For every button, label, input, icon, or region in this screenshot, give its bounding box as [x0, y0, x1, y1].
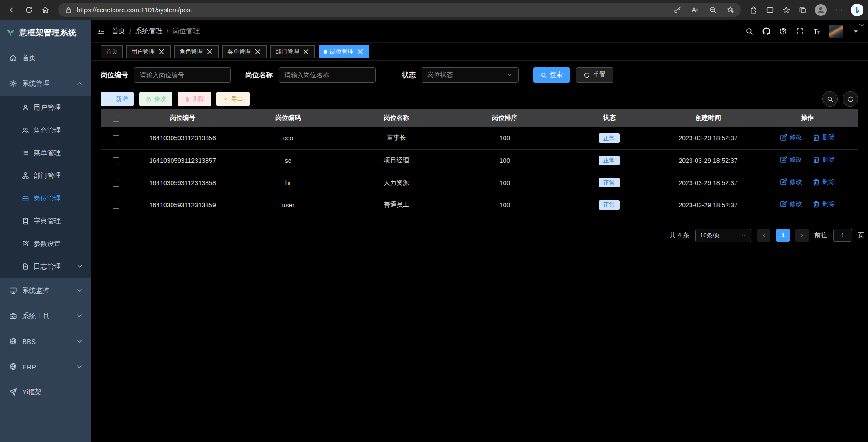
add-button[interactable]: 新增: [101, 92, 134, 106]
add-favorite-icon[interactable]: [726, 6, 735, 14]
sidebar-item-parameter-settings[interactable]: 参数设置: [0, 232, 91, 255]
tab-post-management[interactable]: 岗位管理: [319, 45, 369, 58]
sidebar-item-system-tools[interactable]: 系统工具: [0, 303, 91, 329]
table-row[interactable]: 1641030593112313857 se 项目经理 100 正常 2023-…: [101, 149, 858, 172]
users-icon: [22, 127, 29, 134]
export-button[interactable]: 导出: [216, 92, 250, 106]
tab-close-icon[interactable]: [356, 48, 364, 56]
pagination-total: 共 4 条: [669, 231, 689, 240]
tab-close-icon[interactable]: [302, 48, 310, 56]
extensions-icon[interactable]: [750, 6, 758, 14]
search-icon[interactable]: [745, 27, 754, 35]
passwords-key-icon[interactable]: [673, 6, 682, 14]
tab-close-icon[interactable]: [157, 48, 166, 56]
home-icon: [9, 54, 17, 62]
sidebar-item-department-management[interactable]: 部门管理: [0, 164, 91, 187]
tab-menu-management[interactable]: 菜单管理: [222, 45, 267, 58]
browser-profile-avatar[interactable]: [815, 4, 827, 16]
row-delete-link[interactable]: 删除: [812, 178, 835, 186]
bing-icon[interactable]: [851, 4, 863, 16]
cell-post-sort: 100: [451, 149, 559, 172]
cell-post-id: 1641030593112313859: [131, 194, 234, 216]
column-header-post-sort: 岗位排序: [451, 109, 559, 127]
cell-post-code: ceo: [234, 127, 343, 149]
chevron-down-icon: [75, 286, 83, 295]
reset-button[interactable]: 重置: [576, 67, 613, 83]
address-bar[interactable]: https://ccnetcore.com:1101/system/post: [58, 3, 741, 17]
row-checkbox[interactable]: [113, 157, 119, 164]
sidebar-item-bbs[interactable]: BBS: [0, 329, 91, 354]
row-delete-link[interactable]: 删除: [812, 200, 835, 208]
sidebar-item-system-management[interactable]: 系统管理: [0, 71, 91, 96]
delete-button[interactable]: 删除: [178, 92, 211, 106]
row-delete-link[interactable]: 删除: [812, 133, 835, 142]
sidebar-item-system-monitoring[interactable]: 系统监控: [0, 278, 91, 303]
refresh-table-button[interactable]: [843, 91, 858, 107]
sidebar-item-post-management[interactable]: 岗位管理: [0, 187, 91, 210]
tab-close-icon[interactable]: [206, 48, 214, 56]
tab-department-management[interactable]: 部门管理: [270, 45, 315, 58]
tab-home[interactable]: 首页: [101, 45, 123, 58]
sidebar-item-log-management[interactable]: 日志管理: [0, 255, 91, 278]
sidebar-item-role-management[interactable]: 角色管理: [0, 119, 91, 142]
page-size-select[interactable]: 10条/页: [695, 229, 751, 242]
breadcrumb-item[interactable]: 系统管理: [135, 27, 162, 35]
post-name-input[interactable]: [279, 67, 376, 83]
fullscreen-icon[interactable]: [796, 27, 804, 35]
user-avatar[interactable]: [829, 25, 843, 38]
status-select[interactable]: 岗位状态: [422, 67, 519, 83]
row-edit-link[interactable]: 修改: [780, 156, 802, 164]
post-name-field-group: 岗位名称: [245, 67, 376, 83]
font-size-icon[interactable]: [813, 27, 821, 35]
sidebar-item-user-management[interactable]: 用户管理: [0, 96, 91, 119]
prev-page-button[interactable]: [757, 229, 770, 242]
url-text[interactable]: https://ccnetcore.com:1101/system/post: [77, 6, 192, 14]
status-badge: 正常: [599, 200, 620, 210]
back-button[interactable]: [5, 3, 21, 17]
toggle-search-button[interactable]: [822, 91, 838, 107]
sidebar-fold-icon[interactable]: [97, 27, 105, 35]
sidebar-item-label: Yi框架: [22, 388, 42, 397]
post-code-input[interactable]: [134, 67, 231, 83]
page-number-button[interactable]: 1: [776, 229, 790, 242]
tab-close-icon[interactable]: [254, 48, 262, 56]
next-page-button[interactable]: [795, 229, 809, 242]
select-all-checkbox[interactable]: [113, 115, 119, 122]
row-edit-link[interactable]: 修改: [780, 200, 802, 208]
sidebar-item-yi-framework[interactable]: Yi框架: [0, 379, 91, 405]
sidebar-item-dictionary-management[interactable]: 字典管理: [0, 210, 91, 232]
breadcrumb-item[interactable]: 首页: [112, 27, 125, 35]
goto-page-input[interactable]: [833, 229, 852, 242]
more-menu-icon[interactable]: [835, 6, 843, 14]
edit-icon: [780, 133, 788, 142]
tab-user-management[interactable]: 用户管理: [126, 45, 171, 58]
sidebar-item-erp[interactable]: ERP: [0, 354, 91, 379]
row-edit-link[interactable]: 修改: [780, 178, 802, 186]
table-row[interactable]: 1641030593112313856 ceo 董事长 100 正常 2023-…: [101, 127, 858, 149]
row-delete-link[interactable]: 删除: [812, 156, 835, 164]
row-checkbox[interactable]: [113, 202, 119, 209]
split-screen-icon[interactable]: [766, 6, 774, 14]
github-icon[interactable]: [762, 27, 770, 35]
edge-sidebar-collapse-icon[interactable]: [858, 21, 866, 29]
collections-icon[interactable]: [799, 6, 807, 14]
chevron-up-icon: [75, 79, 83, 88]
sidebar-item-home[interactable]: 首页: [0, 45, 91, 71]
read-aloud-icon[interactable]: [691, 6, 699, 14]
tab-role-management[interactable]: 角色管理: [174, 45, 219, 58]
row-checkbox[interactable]: [113, 180, 119, 187]
row-edit-link[interactable]: 修改: [780, 133, 802, 142]
table-row[interactable]: 1641030593112313859 user 普通员工 100 正常 202…: [101, 194, 858, 216]
status-badge: 正常: [599, 156, 620, 165]
row-checkbox[interactable]: [113, 135, 119, 142]
page: 意框架管理系统 首页 系统管理 用户管理: [0, 20, 868, 442]
table-row[interactable]: 1641030593112313858 hr 人力资源 100 正常 2023-…: [101, 172, 858, 194]
home-button[interactable]: [37, 3, 54, 17]
help-icon[interactable]: [779, 27, 787, 35]
edit-button[interactable]: 修改: [139, 92, 172, 106]
search-button[interactable]: 搜索: [533, 67, 570, 83]
sidebar-item-menu-management[interactable]: 菜单管理: [0, 142, 91, 164]
zoom-icon[interactable]: [709, 6, 717, 14]
favorites-icon[interactable]: [782, 6, 790, 14]
refresh-button[interactable]: [21, 3, 37, 17]
